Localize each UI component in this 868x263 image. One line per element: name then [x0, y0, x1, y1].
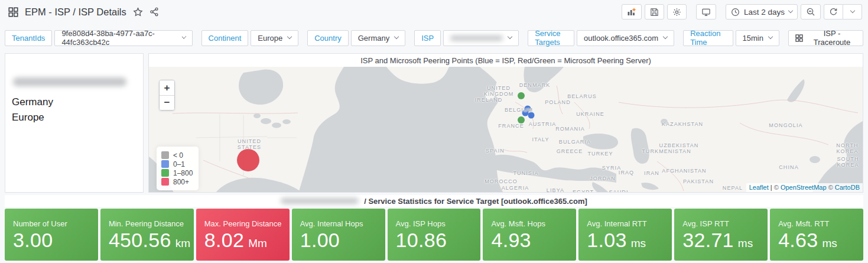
- chevron-down-icon: [850, 8, 854, 13]
- leaflet-link[interactable]: Leaflet: [749, 184, 769, 191]
- info-country: Germany: [12, 95, 137, 110]
- map-country-label: AFGHANISTAN: [662, 168, 706, 174]
- filter-tenantids: TenantIds 9fe808d4-38ba-4977-aa7c-44fc36…: [5, 30, 193, 46]
- map-country-label: KAZAKHSTAN: [662, 121, 703, 127]
- filter-label: Service Targets: [528, 30, 574, 46]
- map-country-label: FRANCE: [498, 123, 524, 129]
- legend-row: 0–1: [161, 160, 193, 168]
- service-statistics-header: / Service Statistics for Service Target …: [5, 195, 863, 207]
- filter-continent: Continent Europe: [201, 30, 299, 46]
- stat-avg-isp-rtt: Avg. ISP RTT 32.71ms: [674, 209, 768, 261]
- isp-info-panel: Germany Europe: [5, 53, 144, 193]
- map-country-label: SAUDI: [609, 189, 628, 192]
- map-country-label: LIBYA: [547, 187, 564, 192]
- map-zoom-out-button[interactable]: −: [160, 95, 174, 110]
- legend-row: 1–800: [161, 168, 193, 177]
- map-country-label: IRAQ: [619, 170, 634, 176]
- map-country-label: GREECE: [557, 148, 583, 154]
- map-country-label: EGYPT: [573, 189, 594, 192]
- zoom-out-time-button[interactable]: [801, 4, 821, 20]
- legend-swatch-gray: [161, 151, 169, 159]
- filter-isp: ISP: [414, 30, 519, 46]
- filter-label: ISP: [414, 30, 441, 46]
- map-country-label: NORTH KOREA: [836, 142, 858, 154]
- map-country-label: BULGARIA: [559, 139, 591, 145]
- stat-panels-row: Number of User 3.00 Min. Peering Distanc…: [5, 209, 863, 261]
- stat-min-peering-distance: Min. Peering Distance 450.56km: [100, 209, 194, 261]
- map-country-label: AUSTRIA: [529, 121, 557, 127]
- main-row: Germany Europe ISP and Microsoft Peering…: [5, 53, 863, 193]
- time-range-picker[interactable]: Last 2 days: [726, 4, 798, 20]
- map-legend: < 0 0–1 1–800 800+: [157, 147, 199, 190]
- isp-dropdown[interactable]: [443, 30, 519, 46]
- reaction-time-dropdown[interactable]: 15min: [736, 30, 779, 46]
- redacted-isp-name: [13, 77, 126, 86]
- settings-gear-button[interactable]: [667, 4, 687, 20]
- stat-max-peering-distance: Max. Peering Distance 8.02Mm: [196, 209, 290, 261]
- time-range-label: Last 2 days: [744, 8, 785, 17]
- map-country-label: MONGOLIA: [769, 122, 802, 128]
- continent-dropdown[interactable]: Europe: [251, 30, 298, 46]
- map-marker-blue[interactable]: [528, 112, 535, 119]
- share-icon[interactable]: [149, 7, 159, 17]
- map-marker-green[interactable]: [518, 92, 525, 99]
- map-country-label: UZBEKISTAN: [659, 142, 699, 148]
- add-panel-button[interactable]: [622, 4, 642, 20]
- dashboard-grid-icon[interactable]: [8, 7, 18, 17]
- isp-traceroute-link-button[interactable]: ISP - Traceroute: [788, 30, 863, 46]
- service-targets-dropdown[interactable]: outlook.office365.com: [577, 30, 674, 46]
- refresh-interval-dropdown[interactable]: [843, 4, 862, 20]
- tenantids-dropdown[interactable]: 9fe808d4-38ba-4977-aa7c-44fc363cb42c: [54, 30, 192, 46]
- map-zoom-control: + −: [159, 80, 175, 111]
- map-country-label: POLAND: [545, 99, 571, 105]
- map-country-label: UKRAINE: [576, 111, 604, 117]
- stat-number-of-user: Number of User 3.00: [5, 209, 98, 261]
- map-country-label: NEPAL: [723, 185, 743, 191]
- stat-avg-msft-hops: Avg. Msft. Hops 4.93: [483, 209, 576, 261]
- save-dashboard-button[interactable]: [645, 4, 664, 20]
- chevron-down-icon: [788, 8, 793, 13]
- redacted-isp-value: [450, 35, 503, 41]
- filter-label: Reaction Time: [683, 30, 733, 46]
- country-dropdown[interactable]: Germany: [351, 30, 405, 46]
- map-country-label: BELARUS: [567, 93, 597, 99]
- cycle-view-monitor-button[interactable]: [696, 4, 716, 20]
- template-variables-row: TenantIds 9fe808d4-38ba-4977-aa7c-44fc36…: [0, 24, 868, 52]
- map-country-label: IRAN: [644, 170, 659, 176]
- legend-swatch-red: [161, 178, 169, 186]
- map-country-label: UNITED KINGDOM: [484, 85, 514, 97]
- refresh-button[interactable]: [824, 4, 843, 20]
- refresh-button-group: [824, 4, 862, 20]
- legend-row: < 0: [161, 151, 193, 160]
- map-marker-red[interactable]: [237, 149, 259, 171]
- legend-swatch-green: [161, 169, 169, 177]
- stat-avg-msft-rtt: Avg. Msft. RTT 4.63ms: [770, 209, 863, 261]
- map-country-label: MOROCCO: [485, 178, 518, 184]
- filter-reaction-time: Reaction Time 15min: [683, 30, 779, 46]
- world-map[interactable]: UNITED STATESUNITED KINGDOMIRELANDDENMAR…: [149, 67, 863, 192]
- map-zoom-in-button[interactable]: +: [160, 80, 174, 95]
- map-panel-title: ISP and Microsoft Peering Points (Blue =…: [149, 54, 863, 67]
- map-country-label: ROMANIA: [555, 126, 585, 132]
- filter-label: Continent: [201, 30, 249, 46]
- star-icon[interactable]: [133, 7, 143, 17]
- chevron-down-icon: [508, 34, 512, 39]
- map-country-label: JORDAN: [590, 176, 616, 181]
- map-country-label: SOUTH KOREA: [837, 156, 859, 168]
- map-country-label: DENMARK: [519, 82, 551, 88]
- top-bar: EPM - ISP / ISP Details: [0, 0, 868, 24]
- legend-swatch-blue: [161, 160, 169, 168]
- cartodb-link[interactable]: CartoDB: [835, 184, 860, 191]
- map-country-label: TUNISIA: [513, 170, 538, 176]
- dashboard-title-area: EPM - ISP / ISP Details: [8, 7, 159, 18]
- map-country-label: IRELAND: [475, 97, 503, 103]
- map-country-label: ITALY: [532, 137, 549, 142]
- peering-map-panel: ISP and Microsoft Peering Points (Blue =…: [148, 53, 863, 193]
- top-bar-actions: Last 2 days: [622, 4, 862, 20]
- page-title: EPM - ISP / ISP Details: [25, 7, 126, 18]
- chevron-down-icon: [181, 34, 186, 39]
- chevron-down-icon: [394, 34, 399, 39]
- filter-country: Country Germany: [307, 30, 405, 46]
- stat-avg-internal-rtt: Avg. Internal RTT 1.03ms: [578, 209, 672, 261]
- openstreetmap-link[interactable]: OpenStreetMap: [781, 184, 827, 191]
